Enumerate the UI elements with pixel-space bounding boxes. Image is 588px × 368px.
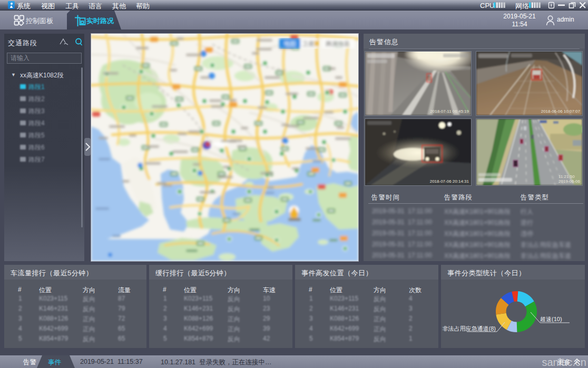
svg-text:地图: 地图	[283, 40, 296, 47]
svg-text:卫星: 卫星	[302, 40, 315, 47]
svg-text:超速(10): 超速(10)	[540, 316, 562, 322]
svg-text:非法占用应急通道(8): 非法占用应急通道(8)	[443, 325, 496, 332]
svg-text:路况信息: 路况信息	[326, 41, 350, 47]
